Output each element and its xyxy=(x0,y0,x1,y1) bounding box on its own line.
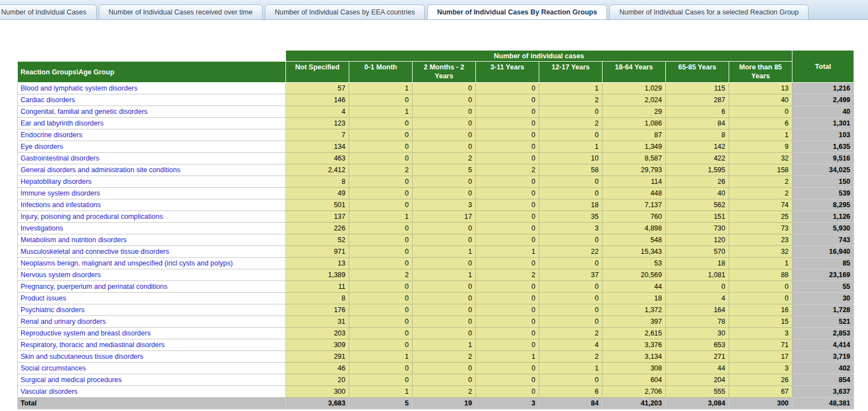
case-count-cell: 2,706 xyxy=(603,386,666,398)
reaction-group-link[interactable]: Metabolism and nutrition disorders xyxy=(18,234,286,246)
tab-cases-by-eea-countries[interactable]: Number of Individual Cases by EEA countr… xyxy=(265,4,425,20)
case-count-cell: 2 xyxy=(476,269,539,281)
case-count-cell: 0 xyxy=(476,176,539,188)
row-total-cell: 1,301 xyxy=(792,118,854,129)
reaction-group-link[interactable]: Endocrine disorders xyxy=(18,129,286,141)
case-count-cell: 23 xyxy=(729,234,792,246)
case-count-cell: 1 xyxy=(539,141,603,153)
case-count-cell: 604 xyxy=(603,374,666,386)
case-count-cell: 115 xyxy=(666,83,729,94)
case-count-cell: 67 xyxy=(729,386,792,398)
case-count-cell: 0 xyxy=(413,118,476,129)
case-count-cell: 1 xyxy=(413,339,476,351)
reaction-group-link[interactable]: Injury, poisoning and procedural complic… xyxy=(18,211,286,223)
reaction-group-link[interactable]: Vascular disorders xyxy=(18,386,286,398)
case-count-cell: 300 xyxy=(286,386,349,398)
case-count-cell: 71 xyxy=(729,339,792,351)
corner-spacer xyxy=(18,51,286,62)
row-dimension-header: Reaction Groups\Age Group xyxy=(18,62,286,83)
reaction-group-link[interactable]: Gastrointestinal disorders xyxy=(18,153,286,164)
case-count-cell: 0 xyxy=(666,281,729,293)
reaction-group-link[interactable]: Ear and labyrinth disorders xyxy=(18,118,286,129)
reaction-group-row: Investigations22600034,898730735,930 xyxy=(18,223,854,234)
case-count-cell: 0 xyxy=(349,141,413,153)
case-count-cell: 18 xyxy=(539,199,603,211)
case-count-cell: 730 xyxy=(666,223,729,234)
reaction-group-link[interactable]: Infections and infestations xyxy=(18,199,286,211)
case-count-cell: 0 xyxy=(539,281,603,293)
case-count-cell: 653 xyxy=(666,339,729,351)
tab-cases-received-over-time[interactable]: Number of Individual Cases received over… xyxy=(99,4,263,20)
case-count-cell: 309 xyxy=(286,339,349,351)
reaction-group-link[interactable]: Congenital, familial and genetic disorde… xyxy=(18,106,286,118)
case-count-cell: 2,024 xyxy=(603,94,666,106)
reaction-group-link[interactable]: Psychiatric disorders xyxy=(18,304,286,316)
case-count-cell: 2 xyxy=(349,269,413,281)
reaction-group-link[interactable]: Product issues xyxy=(18,293,286,304)
case-count-cell: 25 xyxy=(729,211,792,223)
reaction-group-link[interactable]: Social circumstances xyxy=(18,363,286,374)
case-count-cell: 0 xyxy=(413,234,476,246)
reaction-group-link[interactable]: Pregnancy, puerperium and perinatal cond… xyxy=(18,281,286,293)
case-count-cell: 287 xyxy=(666,94,729,106)
case-count-cell: 146 xyxy=(286,94,349,106)
reaction-group-link[interactable]: Immune system disorders xyxy=(18,188,286,199)
case-count-cell: 555 xyxy=(666,386,729,398)
row-total-cell: 16,940 xyxy=(792,246,854,258)
reaction-group-link[interactable]: Eye disorders xyxy=(18,141,286,153)
reaction-group-link[interactable]: Musculoskeletal and connective tissue di… xyxy=(18,246,286,258)
case-count-cell: 0 xyxy=(476,129,539,141)
row-total-cell: 85 xyxy=(792,258,854,269)
reaction-group-link[interactable]: Neoplasms benign, malignant and unspecif… xyxy=(18,258,286,269)
reaction-group-link[interactable]: Reproductive system and breast disorders xyxy=(18,328,286,339)
reaction-group-link[interactable]: Hepatobiliary disorders xyxy=(18,176,286,188)
reaction-group-link[interactable]: Skin and subcutaneous tissue disorders xyxy=(18,351,286,363)
column-total-cell: 3 xyxy=(476,398,539,409)
case-count-cell: 8 xyxy=(286,293,349,304)
total-column-header: Total xyxy=(792,51,854,83)
case-count-cell: 134 xyxy=(286,141,349,153)
case-count-cell: 0 xyxy=(349,281,413,293)
case-count-cell: 0 xyxy=(349,374,413,386)
col-header-0-1-month: 0-1 Month xyxy=(349,62,413,83)
reaction-group-link[interactable]: Cardiac disorders xyxy=(18,94,286,106)
case-count-cell: 6 xyxy=(539,386,603,398)
case-count-cell: 31 xyxy=(286,316,349,328)
reaction-group-link[interactable]: Blood and lymphatic system disorders xyxy=(18,83,286,94)
reaction-group-row: Neoplasms benign, malignant and unspecif… xyxy=(18,258,854,269)
case-count-cell: 0 xyxy=(476,83,539,94)
case-count-cell: 7 xyxy=(286,129,349,141)
table-banner: Number of individual cases xyxy=(286,51,792,62)
case-count-cell: 176 xyxy=(286,304,349,316)
tab-number-of-individual-cases[interactable]: Number of Individual Cases xyxy=(0,4,97,20)
grand-total-cell: 48,381 xyxy=(792,398,854,409)
case-count-cell: 2 xyxy=(413,153,476,164)
tab-cases-by-reaction-groups[interactable]: Number of Individual Cases By Reaction G… xyxy=(427,4,607,20)
reaction-group-link[interactable]: Renal and urinary disorders xyxy=(18,316,286,328)
reaction-group-row: Reproductive system and breast disorders… xyxy=(18,328,854,339)
reaction-group-link[interactable]: General disorders and administration sit… xyxy=(18,164,286,176)
tab-selected-reaction-group[interactable]: Number of Individual Cases for a selecte… xyxy=(609,4,809,20)
case-count-cell: 7,137 xyxy=(603,199,666,211)
case-count-cell: 2 xyxy=(413,386,476,398)
reaction-group-link[interactable]: Nervous system disorders xyxy=(18,269,286,281)
case-count-cell: 88 xyxy=(729,269,792,281)
case-count-cell: 1 xyxy=(729,129,792,141)
case-count-cell: 1 xyxy=(349,211,413,223)
col-header-3-11y: 3-11 Years xyxy=(476,62,539,83)
case-count-cell: 971 xyxy=(286,246,349,258)
case-count-cell: 0 xyxy=(349,129,413,141)
reaction-group-link[interactable]: Investigations xyxy=(18,223,286,234)
case-count-cell: 26 xyxy=(729,374,792,386)
case-count-cell: 52 xyxy=(286,234,349,246)
reaction-group-link[interactable]: Respiratory, thoracic and mediastinal di… xyxy=(18,339,286,351)
case-count-cell: 0 xyxy=(413,223,476,234)
row-total-cell: 539 xyxy=(792,188,854,199)
reaction-group-link[interactable]: Surgical and medical procedures xyxy=(18,374,286,386)
row-total-cell: 34,025 xyxy=(792,164,854,176)
case-count-cell: 26 xyxy=(666,176,729,188)
case-count-cell: 0 xyxy=(476,141,539,153)
case-count-cell: 1 xyxy=(476,351,539,363)
case-count-cell: 0 xyxy=(476,386,539,398)
case-count-cell: 203 xyxy=(286,328,349,339)
